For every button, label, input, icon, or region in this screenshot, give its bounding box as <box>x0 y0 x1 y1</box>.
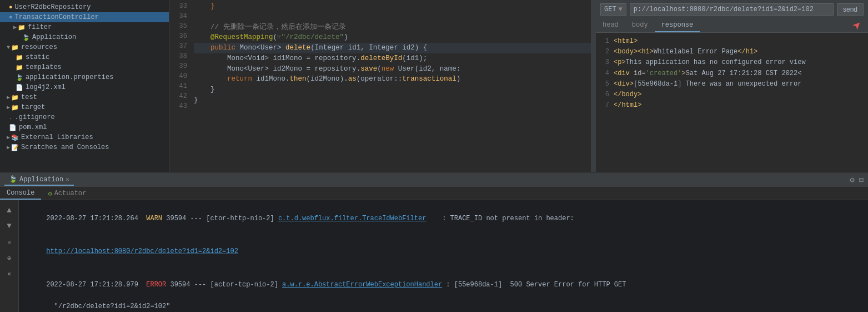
sidebar-item-application-props[interactable]: 🍃 application.properties <box>0 72 169 82</box>
sidebar-item-log4j2[interactable]: 📄 log4j2.xml <box>0 82 169 92</box>
sidebar-item-label: filter <box>28 23 52 31</box>
line-numbers: 33 34 35 36 37 38 39 40 41 42 43 <box>169 0 192 172</box>
tab-body[interactable]: body <box>625 19 655 32</box>
code-line-39: Mono<User> id2Mono = repository.save(new… <box>194 64 591 75</box>
response-line-5: <div>[55e968da-1] There was an unexpecte… <box>614 79 806 90</box>
close-icon[interactable]: ✕ <box>66 176 69 183</box>
sidebar-item-userr2dbcrepo[interactable]: ● UserR2dbcRepository <box>0 2 169 12</box>
spring-file-icon: 🍃 <box>16 74 23 81</box>
sidebar-item-templates[interactable]: 📁 templates <box>0 62 169 72</box>
spring-icon: 🍃 <box>22 34 30 41</box>
sidebar-item-label: log4j2.xml <box>26 83 66 91</box>
http-tabs: head body response <box>596 19 868 33</box>
settings-gear-icon[interactable]: ⚙ <box>850 175 854 185</box>
code-line-34 <box>194 12 591 22</box>
response-line-4: <div id='created'>Sat Aug 27 17:21:28 CS… <box>614 68 806 79</box>
sidebar-item-label: test <box>21 93 37 101</box>
sidebar-item-transactioncontroller[interactable]: ● TransactionController <box>0 12 169 22</box>
controller-icon: ● <box>9 14 13 21</box>
log-line-warn: 2022-08-27 17:21:28.264 WARN 39594 --- [… <box>22 202 864 235</box>
folder-icon: 📁 <box>11 94 19 101</box>
response-line-3: <p>This application has no configured er… <box>614 57 806 68</box>
sidebar-item-test[interactable]: ▶ 📁 test <box>0 92 169 102</box>
response-line-2: <body><h1>Whitelabel Error Page</h1> <box>614 47 806 57</box>
code-line-36: @RequestMapping(☞"/r2dbc/delete") <box>194 32 591 43</box>
sidebar-item-label: TransactionController <box>15 13 99 21</box>
console-tab-list: Console ⚙ Actuator <box>0 187 93 200</box>
send-button[interactable]: send <box>837 3 864 16</box>
code-line-43 <box>194 106 591 116</box>
sidebar-item-label: templates <box>26 63 62 71</box>
log-line-link[interactable]: http://localhost:8080/r2dbc/delete?id1=2… <box>22 235 864 268</box>
class-icon: ● <box>9 4 13 11</box>
code-line-42: } <box>194 95 591 106</box>
sidebar-item-filter[interactable]: ▶ 📁 filter <box>0 22 169 32</box>
tab-actuator[interactable]: ⚙ Actuator <box>41 187 93 200</box>
folder-arrow: ▶ <box>7 94 10 101</box>
sidebar-item-label: Application <box>32 33 76 41</box>
scroll-down-button[interactable]: ▼ <box>2 219 17 232</box>
console-left-buttons: ▲ ▼ ≡ ⊕ ✕ <box>0 200 19 312</box>
code-line-38: Mono<Void> id1Mono = repository.deleteBy… <box>194 53 591 64</box>
tab-head[interactable]: head <box>596 19 625 32</box>
settings-right: ⚙ ⊟ <box>850 175 864 185</box>
sidebar-item-label: static <box>26 53 49 61</box>
xml-icon: 📄 <box>16 84 23 91</box>
response-line-6: </body> <box>614 90 806 100</box>
code-line-40: return id1Mono.then(id2Mono).as(operator… <box>194 74 591 85</box>
sidebar-item-label: Scratches and Consoles <box>21 143 109 151</box>
log-line-error: 2022-08-27 17:21:28.979 ERROR 39594 --- … <box>22 269 864 312</box>
bottom-bar: 🍃 Application ✕ ⚙ ⊟ <box>0 172 868 187</box>
sidebar-item-label: resources <box>21 43 57 51</box>
dropdown-arrow: ▼ <box>619 6 623 13</box>
console-log: 2022-08-27 17:21:28.264 WARN 39594 --- [… <box>22 202 864 312</box>
sidebar-item-pomxml[interactable]: 📄 pom.xml <box>0 122 169 132</box>
tab-console[interactable]: Console <box>0 187 41 200</box>
console-tabs: Console ⚙ Actuator <box>0 187 868 200</box>
sidebar: ● UserR2dbcRepository ● TransactionContr… <box>0 0 169 172</box>
sidebar-item-target[interactable]: ▶ 📁 target <box>0 102 169 112</box>
sidebar-item-resources[interactable]: ▼ 📁 resources <box>0 42 169 52</box>
method-label: GET <box>604 6 616 13</box>
code-content[interactable]: } // 先删除一条记录，然后在添加一条记录 @RequestMapping(☞… <box>192 0 591 172</box>
code-editor: 33 34 35 36 37 38 39 40 41 42 43 } // 先删… <box>169 0 596 172</box>
actuator-label: Actuator <box>54 190 87 197</box>
run-tabs: 🍃 Application ✕ <box>4 174 74 186</box>
layout-icon[interactable]: ⊟ <box>859 175 864 185</box>
file-icon: . <box>9 114 13 121</box>
top-area: ● UserR2dbcRepository ● TransactionContr… <box>0 0 868 172</box>
pin-button[interactable]: ⊕ <box>2 252 17 266</box>
sidebar-item-label: application.properties <box>26 73 113 81</box>
folder-arrow: ▼ <box>7 44 10 51</box>
folder-arrow: ▶ <box>13 24 17 31</box>
http-url-input[interactable] <box>630 3 834 16</box>
tab-application[interactable]: 🍃 Application ✕ <box>4 174 74 186</box>
http-panel: GET ▼ send head body response 1234567 <h… <box>596 0 868 172</box>
folder-icon: 📁 <box>11 104 19 111</box>
sidebar-item-label: UserR2dbcRepository <box>15 3 91 11</box>
folder-icon: 📁 <box>18 24 26 31</box>
app-spring-icon: 🍃 <box>9 175 17 184</box>
sidebar-item-label: pom.xml <box>19 123 47 131</box>
sidebar-item-gitignore[interactable]: . .gitignore <box>0 112 169 122</box>
close-console-button[interactable]: ✕ <box>2 268 17 281</box>
sidebar-item-scratches[interactable]: ▶ 📝 Scratches and Consoles <box>0 142 169 152</box>
sidebar-item-static[interactable]: 📁 static <box>0 52 169 62</box>
folder-icon: 📝 <box>11 144 19 151</box>
console-area: ▲ ▼ ≡ ⊕ ✕ 2022-08-27 17:21:28.264 WARN 3… <box>0 200 868 312</box>
sidebar-item-application[interactable]: 🍃 Application <box>0 32 169 42</box>
code-area: 33 34 35 36 37 38 39 40 41 42 43 } // 先删… <box>169 0 595 172</box>
response-line-7: </html> <box>614 100 806 111</box>
folder-arrow: ▶ <box>7 104 10 111</box>
http-method-select[interactable]: GET ▼ <box>600 3 626 16</box>
scrollbar[interactable] <box>591 0 595 172</box>
scroll-up-button[interactable]: ▲ <box>2 204 17 217</box>
tab-response[interactable]: response <box>655 19 700 32</box>
folder-arrow: ▶ <box>7 144 10 151</box>
code-line-37: public Mono<User> delete(Integer id1, In… <box>194 43 591 53</box>
soft-wrap-button[interactable]: ≡ <box>2 237 17 250</box>
response-line-1: <html> <box>614 36 806 47</box>
folder-icon: 📁 <box>16 64 23 71</box>
sidebar-item-external-libs[interactable]: ▶ 📚 External Libraries <box>0 132 169 142</box>
code-line-41: } <box>194 85 591 95</box>
